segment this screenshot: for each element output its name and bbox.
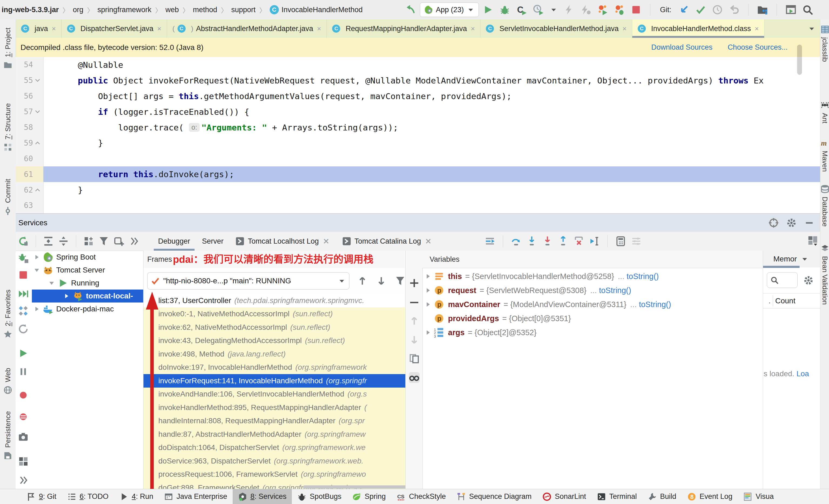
code-line[interactable]: 55public Object invokeForRequest(NativeW… [16,73,820,88]
tool-window-button-jclasslib[interactable]: jclasslib [820,25,829,62]
memory-settings-button[interactable] [803,275,814,286]
group-by-button[interactable] [83,236,94,246]
statusbar-item-java-enterprise[interactable]: Java Enterprise [158,489,232,504]
stack-frame[interactable]: invoke:62, NativeMethodAccessorImpl(sun.… [143,321,405,334]
tree-item-tomcat-local-[interactable]: tomcat-local- [32,289,143,303]
close-icon[interactable]: × [52,25,56,33]
tostring-link[interactable]: toString() [626,272,659,281]
chevron-down-icon[interactable] [801,255,809,263]
more-options-button[interactable] [631,236,642,246]
statusbar-item-sonarlint[interactable]: SonarLint [537,489,591,504]
code-line[interactable]: 61 return this.doInvoke(args); [16,166,820,182]
variable-row[interactable]: prequest= {ServletWebRequest@5308}...toS… [422,283,763,297]
pause-button[interactable] [18,366,29,377]
statusbar-item-visua[interactable]: Visua [738,489,779,504]
statusbar-item-todo[interactable]: 6: TODO [62,489,114,504]
expand-all-button[interactable] [43,236,54,246]
more-button[interactable] [18,475,29,486]
remove-watch-button[interactable] [409,297,420,308]
editor-tab[interactable]: CServletInvocableHandlerMethod.java× [480,20,632,38]
history-button[interactable] [712,4,723,15]
statusbar-item-checkstyle[interactable]: CSCheckStyle [391,489,452,504]
tool-window-button-maven[interactable]: mMaven [820,138,829,172]
tab-list-dropdown-button[interactable] [803,20,820,38]
statusbar-item-services[interactable]: 8: Services [232,489,292,504]
memory-col-class[interactable]: . [763,297,771,305]
variable-row[interactable]: pmavContainer= {ModelAndViewContainer@53… [422,297,763,311]
step-over-button[interactable] [511,236,521,246]
drop-frame-button[interactable] [573,236,584,246]
code-editor[interactable]: 54@Nullable55public Object invokeForRequ… [16,57,820,214]
tree-item-running[interactable]: Running [32,277,143,289]
resume-program-button[interactable] [18,348,29,359]
call-stack-list[interactable]: list:37, UserController(tech.pdai.spring… [143,294,405,489]
code-line[interactable]: 54@Nullable [16,57,820,73]
stack-frame[interactable]: doInvoke:197, InvocableHandlerMethod(org… [143,361,405,374]
close-icon[interactable]: × [755,25,759,33]
tool-window-button-structure[interactable]: 7: Structure [0,103,16,152]
statusbar-item-spring[interactable]: Spring [347,489,391,504]
run-button[interactable] [482,4,494,15]
breadcrumb-item[interactable]: web [166,6,179,14]
profiler-button[interactable] [533,4,544,15]
debugger-tab[interactable]: Debugger [152,232,196,250]
tool-window-button-bean-validation[interactable]: Bean Validation [820,244,829,305]
frame-up-button[interactable] [357,275,368,286]
fold-marker-icon[interactable] [33,109,42,115]
tree-item-docker-pdai-mac[interactable]: Docker-pdai-mac [32,303,143,315]
statusbar-item-git[interactable]: 9: Git [21,489,62,504]
editor-tab[interactable]: Cjava× [16,20,62,38]
tool-window-button-database[interactable]: Database [820,184,829,227]
thread-dump-button[interactable] [18,432,29,442]
step-out-button[interactable] [558,236,569,246]
tool-window-button-ant[interactable]: Ant [820,101,829,123]
run-anything-button[interactable] [786,4,796,15]
stop-button[interactable] [631,4,642,15]
debug-lightning-button[interactable] [580,4,591,15]
variable-row[interactable]: this= {ServletInvocableHandlerMethod@525… [422,269,763,283]
close-icon[interactable]: × [157,25,161,33]
chevron-right-icon[interactable] [32,306,42,312]
statusbar-item-run[interactable]: 4: Run [114,489,159,504]
update-project-button[interactable] [679,4,689,15]
run-configuration-select[interactable]: App (23) [420,2,479,17]
breadcrumb-item[interactable]: CInvocableHandlerMethod [270,5,363,14]
close-icon[interactable] [424,237,432,245]
refresh-button[interactable] [18,323,29,335]
hide-button[interactable] [804,218,815,228]
project-structure-button[interactable] [757,4,768,15]
services-tree[interactable]: Spring BootTomcat ServerRunningtomcat-lo… [32,250,143,489]
chevron-down-icon[interactable] [47,279,57,286]
variables-panel[interactable]: Variables this= {ServletInvocableHandler… [422,250,763,489]
stack-frame[interactable]: invoke0:-1, NativeMethodAccessorImpl(sun… [143,307,405,321]
stack-frame[interactable]: doDispatch:1064, DispatcherServlet(org.s… [143,441,405,455]
code-line[interactable]: 57 if (logger.isTraceEnabled()) { [16,104,820,120]
force-step-into-button[interactable] [542,236,553,246]
editor-tab[interactable]: CRequestMappingHandlerAdapter.java× [327,20,480,38]
statusbar-item-spotbugs[interactable]: SpotBugs [292,489,347,504]
search-everywhere-button[interactable] [802,4,813,15]
settings-button[interactable] [786,218,797,228]
breadcrumb-item[interactable]: support [231,6,256,14]
editor-tab[interactable]: CDispatcherServlet.java× [62,20,167,38]
refresh-button[interactable] [18,236,29,246]
chevron-right-icon[interactable] [422,287,434,294]
stack-frame[interactable]: invoke:498, Method(java.lang.reflect) [143,347,405,361]
stack-frame[interactable]: handle:87, AbstractHandlerMethodAdapter(… [143,428,405,441]
duplicate-watch-button[interactable] [409,353,420,364]
code-line[interactable]: 60 [16,151,820,166]
breadcrumb-item[interactable]: org [73,6,83,14]
chevron-right-icon[interactable] [32,254,42,261]
stack-frame[interactable]: invokeAndHandle:106, ServletInvocableHan… [143,388,405,401]
update-application-button[interactable] [18,306,29,316]
layout-button[interactable] [18,456,29,467]
close-icon[interactable]: × [622,25,626,33]
stack-frame[interactable]: invokeForRequest:141, InvocableHandlerMe… [143,374,405,388]
profile-allocations-button[interactable] [614,4,625,15]
tree-item-spring-boot[interactable]: Spring Boot [32,250,143,264]
thread-selector[interactable]: "http-nio-8080-e...p "main": RUNNING [147,272,349,289]
filter-button[interactable] [98,236,109,246]
update-application-icon[interactable] [405,4,416,15]
code-line[interactable]: 62} [16,182,820,198]
move-watch-up-button[interactable] [409,315,420,326]
